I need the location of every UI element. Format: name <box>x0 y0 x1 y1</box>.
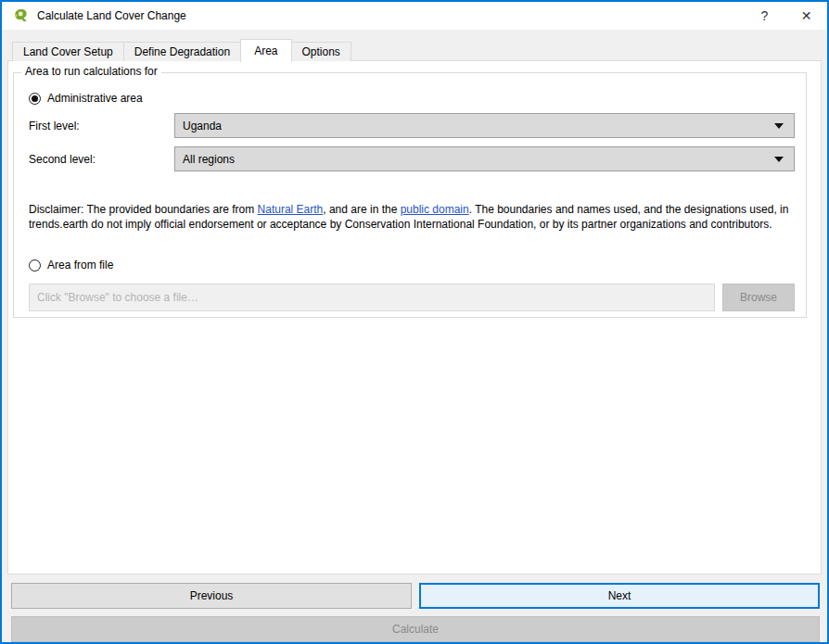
close-button[interactable]: ✕ <box>785 2 827 30</box>
title-bar: Calculate Land Cover Change ? ✕ <box>2 2 827 30</box>
radio-icon[interactable] <box>29 93 41 105</box>
first-level-value: Uganda <box>183 120 222 133</box>
area-groupbox: Area to run calculations for Administrat… <box>13 72 807 318</box>
tab-options[interactable]: Options <box>291 42 351 61</box>
second-level-row: Second level: All regions <box>29 146 795 171</box>
radio-icon[interactable] <box>29 259 41 271</box>
second-level-value: All regions <box>183 153 235 166</box>
next-button[interactable]: Next <box>419 583 820 609</box>
calculate-row: Calculate <box>11 616 820 642</box>
radio-label: Area from file <box>47 259 113 271</box>
radio-label: Administrative area <box>47 92 143 105</box>
disclaimer-text-part: , and are in the <box>323 203 400 216</box>
window-title: Calculate Land Cover Change <box>37 9 186 22</box>
calculate-land-cover-change-dialog: Calculate Land Cover Change ? ✕ Land Cov… <box>0 0 829 644</box>
navigation-buttons: Previous Next <box>11 583 820 609</box>
qgis-logo-icon <box>13 7 30 24</box>
first-level-dropdown[interactable]: Uganda <box>174 113 795 138</box>
tab-area[interactable]: Area <box>240 39 291 62</box>
disclaimer-link[interactable]: public domain <box>401 203 469 216</box>
area-from-file-radio[interactable]: Area from file <box>29 259 795 271</box>
tab-bar: Land Cover Setup Define Degradation Area… <box>7 39 822 61</box>
browse-button[interactable]: Browse <box>722 284 795 311</box>
disclaimer-text: Disclaimer: The provided boundaries are … <box>29 202 795 232</box>
tab-define-degradation[interactable]: Define Degradation <box>123 42 241 61</box>
area-tab-pane: Area to run calculations for Administrat… <box>7 60 822 575</box>
help-button[interactable]: ? <box>744 2 785 30</box>
second-level-label: Second level: <box>29 153 174 166</box>
second-level-dropdown[interactable]: All regions <box>174 146 795 171</box>
first-level-row: First level: Uganda <box>29 113 795 138</box>
first-level-label: First level: <box>29 120 174 133</box>
administrative-area-radio[interactable]: Administrative area <box>29 92 795 105</box>
titlebar-buttons: ? ✕ <box>744 2 827 30</box>
dialog-body: Land Cover Setup Define Degradation Area… <box>2 30 827 642</box>
calculate-button[interactable]: Calculate <box>11 616 820 642</box>
previous-button[interactable]: Previous <box>11 583 412 609</box>
disclaimer-text-part: Disclaimer: The provided boundaries are … <box>29 203 258 216</box>
groupbox-title: Area to run calculations for <box>21 65 161 78</box>
disclaimer-link[interactable]: Natural Earth <box>258 203 324 216</box>
file-path-input[interactable] <box>29 284 715 311</box>
tab-land-cover-setup[interactable]: Land Cover Setup <box>12 42 124 61</box>
file-chooser-row: Browse <box>29 284 795 311</box>
